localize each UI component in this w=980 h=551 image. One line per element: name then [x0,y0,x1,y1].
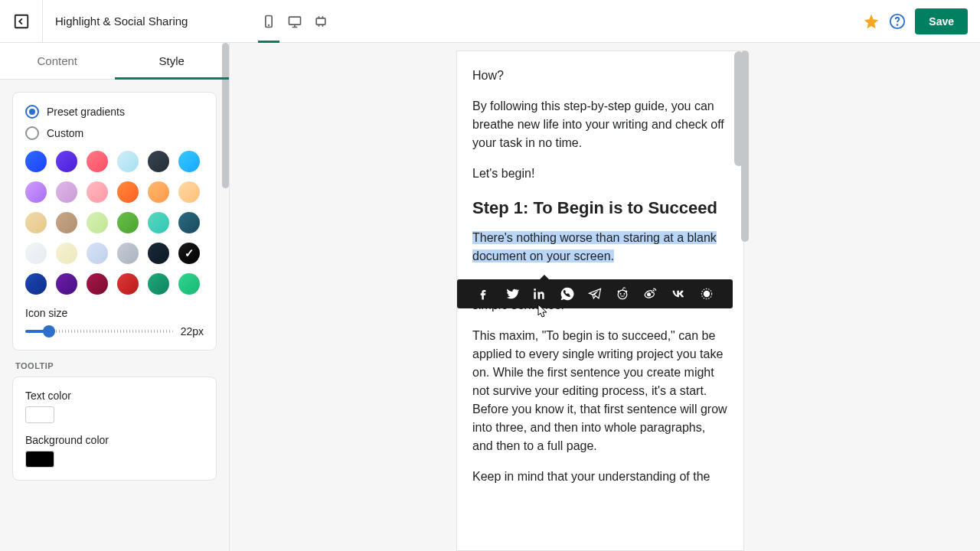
twitter-icon[interactable] [504,286,519,302]
gradient-swatch[interactable] [25,243,47,264]
svg-point-12 [647,292,651,296]
tooltip-heading: TOOLTIP [12,361,217,377]
device-mobile-button[interactable] [256,6,281,37]
gradient-swatch[interactable] [25,273,47,295]
svg-point-14 [703,291,709,297]
gradient-swatch[interactable] [178,151,200,172]
gradient-swatch[interactable] [87,243,108,264]
svg-rect-4 [317,18,326,24]
preview-text: Let's begin! [472,165,728,183]
text-color-label: Text color [25,390,204,402]
svg-point-6 [897,24,898,25]
gradient-swatch[interactable] [178,273,200,295]
preview-text: By following this step-by-step guide, yo… [472,97,728,152]
gradient-swatch[interactable] [148,212,169,233]
gradient-swatch[interactable] [148,151,169,172]
sidebar: Content Style Preset gradients Custom Ic… [0,43,230,551]
whatsapp-icon[interactable] [560,286,575,302]
gradient-card: Preset gradients Custom Icon size 22px [12,92,217,350]
radio-custom[interactable]: Custom [25,126,204,140]
share-tooltip [457,279,733,308]
back-button[interactable] [0,0,43,43]
preview-text: How? [472,67,728,85]
gradient-swatch[interactable] [117,212,139,233]
gradient-swatch[interactable] [87,181,108,203]
radio-preset-gradients[interactable]: Preset gradients [25,105,204,119]
preview-text: Keep in mind that your understanding of … [472,468,728,486]
device-toggles [256,6,333,37]
gradient-swatch[interactable] [25,181,47,203]
gradient-swatch[interactable] [148,243,169,264]
preview-text: There's nothing worse than staring at a … [472,229,728,266]
device-desktop-button[interactable] [283,6,307,37]
preview-text: This maxim, "To begin is to succeed," ca… [472,327,728,455]
bg-color-swatch[interactable] [25,451,54,468]
device-fullscreen-button[interactable] [309,6,333,37]
gradient-swatch[interactable] [117,243,139,264]
gradient-swatch[interactable] [178,243,200,264]
gradient-swatch[interactable] [117,273,139,295]
page-title: Highlight & Social Sharing [55,15,188,28]
reddit-icon[interactable] [615,286,630,302]
signal-icon[interactable] [699,286,714,302]
gradient-swatch[interactable] [87,212,108,233]
svg-point-11 [618,290,620,292]
tooltip-card: Text color Background color [12,377,217,481]
tab-content[interactable]: Content [0,43,115,79]
svg-point-2 [269,24,270,25]
svg-point-10 [626,290,628,292]
gradient-swatch[interactable] [25,212,47,233]
gradient-swatch[interactable] [56,273,77,295]
svg-rect-0 [15,15,28,28]
preview-area: How? By following this step-by-step guid… [230,43,980,551]
gradient-swatch[interactable] [25,151,47,172]
gradient-swatch[interactable] [56,181,77,203]
icon-size-value: 22px [181,325,204,337]
preview-frame: How? By following this step-by-step guid… [456,51,744,551]
save-button[interactable]: Save [915,8,968,34]
bg-color-label: Background color [25,434,204,446]
icon-size-label: Icon size [25,307,204,319]
text-color-swatch[interactable] [25,406,54,423]
tab-style[interactable]: Style [115,43,230,79]
svg-point-9 [624,293,626,295]
star-icon[interactable] [863,13,880,30]
telegram-icon[interactable] [587,286,603,302]
preview-heading: Step 1: To Begin is to Succeed [472,198,728,218]
swatch-grid [25,151,204,295]
gradient-swatch[interactable] [148,273,169,295]
gradient-swatch[interactable] [178,212,200,233]
svg-point-8 [620,293,622,295]
gradient-swatch[interactable] [117,151,139,172]
gradient-swatch[interactable] [87,151,108,172]
help-icon[interactable] [889,13,906,30]
top-bar: Highlight & Social Sharing Save [0,0,980,43]
weibo-icon[interactable] [643,286,658,302]
preview-outer-scrollbar[interactable] [741,51,749,242]
radio-icon [25,126,39,140]
gradient-swatch[interactable] [148,181,169,203]
highlighted-text[interactable]: There's nothing worse than staring at a … [472,231,717,262]
gradient-swatch[interactable] [117,181,139,203]
icon-size-slider[interactable] [25,330,173,333]
radio-icon [25,105,39,119]
gradient-swatch[interactable] [87,273,108,295]
gradient-swatch[interactable] [56,151,77,172]
svg-rect-3 [289,17,301,24]
gradient-swatch[interactable] [56,212,77,233]
cursor-icon [537,304,548,318]
linkedin-icon[interactable] [531,286,547,302]
gradient-swatch[interactable] [178,181,200,203]
vk-icon[interactable] [671,286,686,302]
facebook-icon[interactable] [475,286,491,302]
gradient-swatch[interactable] [56,243,77,264]
